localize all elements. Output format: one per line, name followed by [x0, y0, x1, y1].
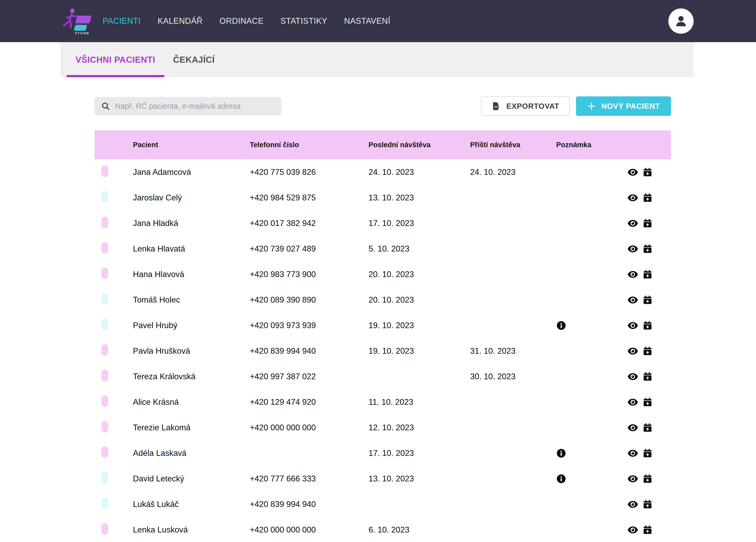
note-info-icon[interactable]	[556, 448, 566, 458]
schedule-appointment-calendar-icon[interactable]	[643, 321, 653, 331]
view-patient-eye-icon[interactable]	[627, 371, 638, 382]
last-visit-date: 20. 10. 2023	[369, 270, 470, 279]
plus-icon	[587, 102, 596, 111]
schedule-appointment-calendar-icon[interactable]	[643, 525, 653, 535]
table-row: Tereza Královská +420 997 387 022 30. 10…	[95, 364, 671, 389]
last-visit-date: 11. 10. 2023	[369, 398, 470, 407]
view-patient-eye-icon[interactable]	[627, 167, 638, 178]
view-patient-eye-icon[interactable]	[627, 499, 638, 510]
schedule-appointment-calendar-icon[interactable]	[643, 372, 653, 382]
gender-indicator	[101, 523, 108, 535]
schedule-appointment-calendar-icon[interactable]	[643, 269, 653, 280]
last-visit-date: 5. 10. 2023	[369, 244, 470, 253]
view-patient-eye-icon[interactable]	[627, 524, 638, 535]
patient-phone: +420 739 027 489	[250, 244, 369, 253]
view-patient-eye-icon[interactable]	[627, 448, 638, 459]
toolbar: EXPORTOVAT NOVÝ PACIENT	[95, 96, 671, 116]
table-row: David Letecký +420 777 666 333 13. 10. 2…	[95, 466, 671, 491]
patient-phone: +420 984 529 875	[250, 193, 369, 202]
schedule-appointment-calendar-icon[interactable]	[643, 423, 653, 433]
view-patient-eye-icon[interactable]	[627, 218, 638, 229]
schedule-appointment-calendar-icon[interactable]	[643, 218, 653, 228]
patient-phone: +420 017 382 942	[250, 218, 369, 228]
logo-wordmark: FYZION	[75, 32, 89, 35]
top-nav: FYZION PACIENTI KALENDÁŘ ORDINACE STATIS…	[0, 0, 756, 42]
view-patient-eye-icon[interactable]	[627, 320, 638, 331]
table-row: Jaroslav Celý +420 984 529 875 13. 10. 2…	[95, 185, 671, 210]
gender-indicator	[101, 216, 108, 228]
table-row: Pavel Hrubý +420 093 973 939 19. 10. 202…	[95, 313, 671, 338]
view-patient-eye-icon[interactable]	[627, 243, 638, 254]
note-info-icon[interactable]	[556, 321, 566, 331]
patient-name: Pavla Hrušková	[133, 346, 250, 356]
view-patient-eye-icon[interactable]	[627, 473, 638, 484]
next-visit-date: 24. 10. 2023	[470, 167, 556, 177]
patient-name: Jana Adamcová	[133, 167, 250, 177]
gender-indicator	[101, 421, 108, 433]
user-avatar-icon	[673, 13, 689, 29]
tab-cekajici[interactable]: ČEKAJÍCÍ	[164, 42, 224, 77]
nav-item-ordinace[interactable]: ORDINACE	[220, 16, 264, 26]
patient-phone: +420 839 994 940	[250, 346, 369, 356]
tab-vsichni-pacienti[interactable]: VŠICHNI PACIENTI	[67, 42, 164, 77]
table-header-row: Pacient Telefonní číslo Poslední návštěv…	[95, 130, 671, 159]
patient-phone: +420 775 039 826	[250, 167, 369, 177]
patient-phone: +420 000 000 000	[250, 423, 369, 433]
schedule-appointment-calendar-icon[interactable]	[643, 448, 653, 458]
gender-indicator	[101, 165, 108, 177]
col-header-telefonni-cislo: Telefonní číslo	[250, 141, 369, 149]
app-logo[interactable]: FYZION	[62, 4, 96, 38]
schedule-appointment-calendar-icon[interactable]	[643, 167, 653, 177]
patient-name: Jaroslav Celý	[133, 193, 250, 202]
gender-indicator	[101, 446, 108, 458]
gender-indicator	[101, 293, 108, 305]
schedule-appointment-calendar-icon[interactable]	[643, 499, 653, 509]
patients-table: Pacient Telefonní číslo Poslední návštěv…	[95, 130, 671, 542]
patient-phone: +420 997 387 022	[250, 372, 369, 381]
patient-name: Lenka Lusková	[133, 525, 250, 535]
view-patient-eye-icon[interactable]	[627, 192, 638, 203]
gender-indicator	[101, 242, 108, 253]
nav-item-statistiky[interactable]: STATISTIKY	[280, 16, 327, 26]
gender-indicator	[101, 472, 108, 484]
next-visit-date: 31. 10. 2023	[470, 346, 556, 356]
patient-phone: +420 000 000 000	[250, 525, 369, 535]
nav-item-kalendar[interactable]: KALENDÁŘ	[158, 16, 203, 26]
view-patient-eye-icon[interactable]	[627, 397, 638, 408]
table-row: Jana Hladká +420 017 382 942 17. 10. 202…	[95, 210, 671, 236]
table-row: Tomáš Holec +420 089 390 890 20. 10. 202…	[95, 287, 671, 313]
search-box[interactable]	[95, 97, 281, 115]
table-row: Jana Adamcová +420 775 039 826 24. 10. 2…	[95, 159, 671, 185]
nav-item-pacienti[interactable]: PACIENTI	[103, 16, 141, 26]
view-patient-eye-icon[interactable]	[627, 269, 638, 280]
patient-phone: +420 089 390 890	[250, 295, 369, 305]
table-row: Lukáš Lukáč +420 839 994 940	[95, 491, 671, 517]
patient-name: Lukáš Lukáč	[133, 500, 250, 509]
col-header-poznamka: Poznámka	[556, 141, 619, 149]
view-patient-eye-icon[interactable]	[627, 346, 638, 357]
nav-item-nastaveni[interactable]: NASTAVENÍ	[344, 16, 390, 26]
table-body: Jana Adamcová +420 775 039 826 24. 10. 2…	[95, 159, 671, 542]
table-row: Alice Krásná +420 129 474 920 11. 10. 20…	[95, 389, 671, 415]
export-button[interactable]: EXPORTOVAT	[481, 96, 570, 116]
patient-phone: +420 839 994 940	[250, 500, 369, 509]
col-header-pacient: Pacient	[133, 141, 250, 149]
schedule-appointment-calendar-icon[interactable]	[643, 346, 653, 356]
schedule-appointment-calendar-icon[interactable]	[643, 397, 653, 407]
last-visit-date: 17. 10. 2023	[369, 218, 470, 228]
patient-name: David Letecký	[133, 474, 250, 484]
gender-indicator	[101, 344, 108, 356]
schedule-appointment-calendar-icon[interactable]	[643, 193, 653, 203]
user-avatar[interactable]	[668, 8, 694, 34]
view-patient-eye-icon[interactable]	[627, 295, 638, 306]
table-row: Hana Hlavová +420 983 773 900 20. 10. 20…	[95, 261, 671, 287]
schedule-appointment-calendar-icon[interactable]	[643, 474, 653, 484]
view-patient-eye-icon[interactable]	[627, 422, 638, 433]
search-input[interactable]	[115, 102, 275, 111]
schedule-appointment-calendar-icon[interactable]	[643, 244, 653, 254]
export-file-icon	[491, 101, 501, 111]
schedule-appointment-calendar-icon[interactable]	[643, 295, 653, 305]
new-patient-button[interactable]: NOVÝ PACIENT	[576, 96, 671, 116]
note-info-icon[interactable]	[556, 474, 566, 484]
last-visit-date: 6. 10. 2023	[369, 525, 470, 535]
